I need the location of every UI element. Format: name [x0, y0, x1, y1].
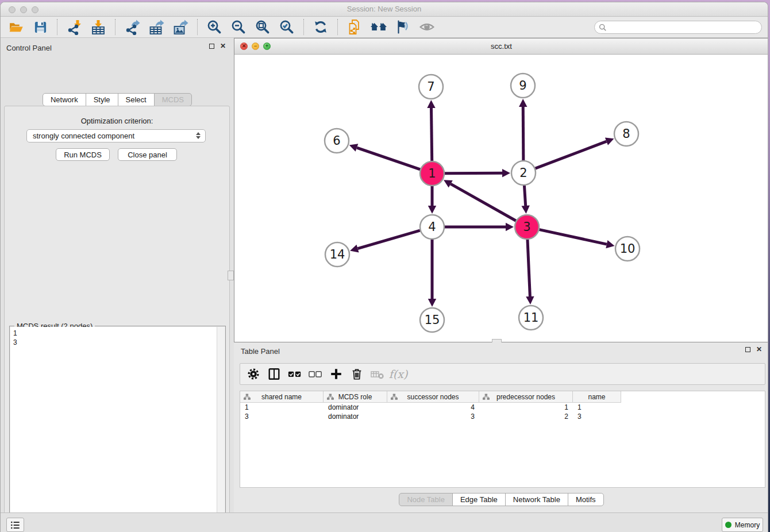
show-hide-eye-icon	[417, 18, 437, 36]
unselect-all-columns-icon[interactable]	[307, 365, 324, 383]
memory-label: Memory	[735, 521, 760, 529]
graph-edge[interactable]	[539, 230, 606, 244]
table-row[interactable]: 3 dominator 3 2 3	[240, 412, 765, 421]
graph-edge[interactable]	[528, 240, 530, 296]
search-icon	[599, 24, 607, 32]
cell-predecessor-nodes[interactable]: 1	[479, 403, 573, 412]
mcds-result-line: 1	[13, 329, 17, 338]
run-mcds-button[interactable]: Run MCDS	[56, 148, 110, 161]
cell-name[interactable]: 1	[573, 403, 621, 412]
column-type-icon	[483, 394, 490, 400]
result-scrollbar[interactable]	[217, 327, 225, 532]
graph-edge[interactable]	[523, 107, 523, 160]
column-header-predecessor-nodes[interactable]: predecessor nodes	[479, 391, 573, 403]
mcds-panel: Optimization criterion: strongly connect…	[4, 106, 230, 532]
criterion-value: strongly connected component	[33, 132, 134, 140]
graph-edge[interactable]	[536, 141, 607, 168]
column-header-mcds-role[interactable]: MCDS role	[324, 391, 387, 403]
tab-network[interactable]: Network	[43, 93, 86, 106]
graph-edge[interactable]	[451, 184, 516, 221]
toolbar-separator	[57, 19, 57, 35]
export-image-icon[interactable]	[171, 18, 190, 36]
graph-node-label: 3	[523, 220, 530, 234]
export-table-icon[interactable]	[147, 18, 166, 36]
open-session-icon[interactable]	[6, 18, 26, 36]
import-network-icon[interactable]	[64, 18, 84, 36]
graph-node-label: 10	[620, 242, 636, 256]
tab-select[interactable]: Select	[118, 93, 155, 106]
graph-node-label: 4	[428, 220, 436, 234]
close-panel-button[interactable]: Close panel	[118, 148, 177, 161]
float-panel-icon[interactable]	[209, 44, 214, 49]
search-box[interactable]	[594, 21, 762, 34]
cyndex-home-icon[interactable]	[369, 18, 388, 36]
open-network-from-ndex-icon[interactable]	[345, 18, 364, 36]
graph-edge[interactable]	[445, 173, 502, 174]
tab-edge-table[interactable]: Edge Table	[452, 493, 506, 506]
graph-edge-arrowhead	[506, 223, 514, 231]
graph-node-label: 1	[428, 167, 436, 180]
graph-edge[interactable]	[358, 230, 420, 249]
table-tabs: Node Table Edge Table Network Table Moti…	[234, 493, 768, 506]
criterion-select[interactable]: strongly connected component	[26, 129, 206, 142]
column-header-name[interactable]: name	[573, 391, 621, 403]
task-history-button[interactable]	[6, 518, 24, 532]
search-input[interactable]	[607, 22, 761, 33]
save-session-icon[interactable]	[30, 18, 50, 36]
cell-mcds-role[interactable]: dominator	[324, 412, 387, 421]
memory-button[interactable]: Memory	[722, 518, 763, 532]
select-all-columns-icon[interactable]	[286, 365, 303, 383]
cell-shared-name[interactable]: 3	[240, 412, 324, 421]
graph-node-label: 6	[333, 134, 340, 148]
optimization-criterion-label: Optimization criterion:	[5, 117, 229, 125]
close-table-panel-icon[interactable]: ✕	[756, 346, 762, 352]
column-header-successor-nodes[interactable]: successor nodes	[387, 391, 479, 403]
table-row[interactable]: 1 dominator 4 1 1	[240, 403, 765, 412]
create-column-icon[interactable]	[328, 365, 345, 383]
zoom-fit-icon[interactable]	[253, 18, 272, 36]
import-table-icon[interactable]	[88, 18, 108, 36]
cell-mcds-role[interactable]: dominator	[324, 403, 387, 412]
toolbar-separator	[115, 19, 116, 35]
export-network-icon[interactable]	[122, 18, 142, 36]
cell-predecessor-nodes[interactable]: 2	[479, 412, 573, 421]
tab-node-table[interactable]: Node Table	[399, 493, 453, 506]
toggle-graphics-details-icon[interactable]	[393, 18, 413, 36]
mcds-result-line: 3	[13, 338, 17, 347]
table-settings-gear-icon[interactable]	[245, 365, 262, 383]
zoom-selected-icon[interactable]	[277, 18, 297, 36]
delete-column-icon[interactable]	[348, 365, 365, 383]
mcds-result-area[interactable]: 1 3	[10, 327, 225, 532]
cell-successor-nodes[interactable]: 3	[387, 412, 479, 421]
column-type-icon	[327, 394, 334, 400]
tab-style[interactable]: Style	[86, 93, 118, 106]
tab-network-table[interactable]: Network Table	[505, 493, 568, 506]
network-frame-titlebar[interactable]: ✕ − + scc.txt	[234, 38, 768, 55]
graph-edge-arrowhead	[350, 245, 359, 253]
graph-edge[interactable]	[357, 148, 420, 169]
column-header-shared-name[interactable]: shared name	[240, 391, 324, 403]
column-layout-icon[interactable]	[265, 365, 283, 383]
memory-status-icon	[725, 522, 732, 528]
vertical-splitter-handle[interactable]	[228, 271, 234, 280]
network-canvas[interactable]: 7968124314101511	[234, 55, 768, 342]
refresh-icon[interactable]	[311, 18, 330, 36]
cell-shared-name[interactable]: 1	[240, 403, 324, 412]
graph-edge[interactable]	[524, 186, 525, 206]
network-graph[interactable]: 7968124314101511	[234, 55, 768, 342]
status-bar: Memory	[1, 512, 768, 532]
node-table[interactable]: shared name MCDS role successor nodes pr…	[240, 391, 765, 488]
close-panel-icon[interactable]: ✕	[220, 43, 226, 49]
tab-motifs[interactable]: Motifs	[568, 493, 604, 506]
graph-edge[interactable]	[431, 108, 432, 161]
cell-name[interactable]: 3	[573, 412, 621, 421]
main-toolbar	[1, 17, 768, 38]
zoom-out-icon[interactable]	[229, 18, 248, 36]
control-panel-title: Control Panel	[6, 44, 52, 52]
float-table-panel-icon[interactable]	[745, 347, 750, 352]
cell-successor-nodes[interactable]: 4	[387, 403, 479, 412]
zoom-in-icon[interactable]	[205, 18, 224, 36]
tab-mcds[interactable]: MCDS	[154, 93, 192, 106]
graph-node-label: 2	[519, 166, 527, 180]
graph-edge-arrowhead	[502, 169, 510, 177]
